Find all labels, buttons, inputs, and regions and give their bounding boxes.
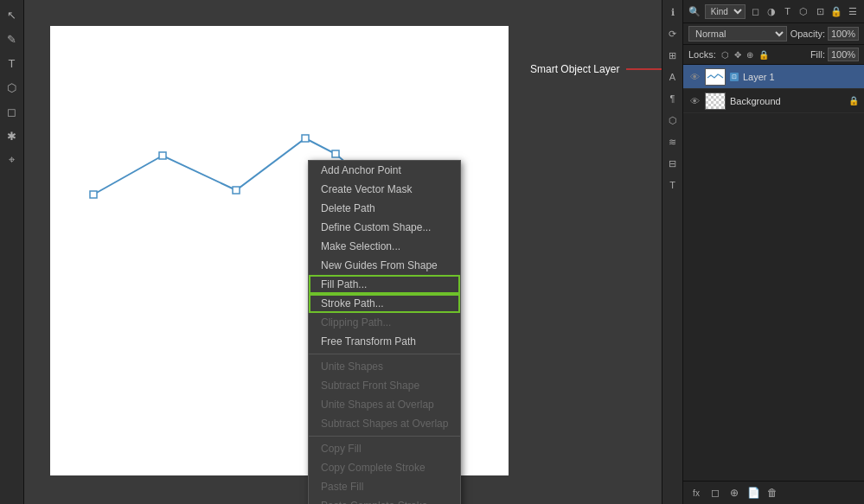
menu-item[interactable]: Delete Path bbox=[309, 199, 460, 218]
layer-lock-icon: 🔒 bbox=[848, 96, 859, 105]
delete-layer-icon[interactable]: 🗑 bbox=[765, 485, 780, 501]
lock-all-icon[interactable]: 🔒 bbox=[758, 50, 769, 60]
fx-icon[interactable]: fx bbox=[688, 485, 704, 501]
menu-item: Subtract Shapes at Overlap bbox=[309, 414, 460, 433]
panel-type-icon[interactable]: T bbox=[781, 3, 794, 19]
new-fill-icon[interactable]: ⊕ bbox=[726, 485, 742, 501]
opacity-label: Opacity: bbox=[790, 29, 825, 39]
opacity-input[interactable] bbox=[828, 27, 859, 41]
menu-item: Clipping Path... bbox=[309, 313, 460, 332]
layer-name-text: Layer 1 bbox=[743, 72, 859, 82]
paragraph-icon[interactable]: ¶ bbox=[664, 90, 682, 107]
right-float-toolbar: ℹ ⟳ ⊞ A ¶ ⬡ ≋ ⊟ T bbox=[662, 0, 682, 504]
layer-list: 👁⊡Layer 1👁Background🔒 bbox=[683, 65, 864, 481]
type-tool-right-icon[interactable]: T bbox=[664, 176, 682, 194]
layer-comp-icon[interactable]: ⊞ bbox=[664, 47, 682, 64]
menu-item[interactable]: Stroke Path... bbox=[309, 294, 460, 313]
lock-position-icon[interactable]: ✥ bbox=[734, 50, 741, 60]
menu-item[interactable]: Fill Path... bbox=[309, 275, 460, 294]
menu-item[interactable]: Add Anchor Point bbox=[309, 161, 460, 180]
panel-search-icon[interactable]: 🔍 bbox=[688, 3, 701, 19]
menu-item: Copy Fill bbox=[309, 439, 460, 458]
blend-row: Normal Opacity: bbox=[683, 23, 864, 45]
history-icon[interactable]: ⟳ bbox=[664, 25, 682, 42]
lock-artboard-icon[interactable]: ⊕ bbox=[746, 50, 753, 60]
layer-visibility-icon[interactable]: 👁 bbox=[688, 72, 701, 82]
panel-bottom: fx ◻ ⊕ 📄 🗑 bbox=[683, 481, 864, 504]
menu-item: Unite Shapes bbox=[309, 357, 460, 376]
move-tool-icon[interactable]: ↖ bbox=[3, 5, 22, 24]
smart-object-badge: ⊡ bbox=[730, 73, 739, 81]
layer-visibility-icon[interactable]: 👁 bbox=[688, 96, 701, 106]
menu-item: Unite Shapes at Overlap bbox=[309, 395, 460, 414]
kind-select[interactable]: Kind bbox=[705, 4, 746, 19]
smart-object-text: Smart Object Layer bbox=[530, 63, 619, 75]
fill-label: Fill: bbox=[810, 49, 825, 60]
context-menu: Add Anchor PointCreate Vector MaskDelete… bbox=[308, 160, 461, 504]
smart-object-label: Smart Object Layer bbox=[530, 62, 662, 76]
fill-input[interactable] bbox=[828, 48, 859, 61]
select-tool-icon[interactable]: ⬡ bbox=[3, 78, 22, 97]
canvas-area: Smart Object Layer Add Anchor PointCreat… bbox=[24, 0, 662, 504]
menu-item: Subtract Front Shape bbox=[309, 376, 460, 395]
layer-item[interactable]: 👁Background🔒 bbox=[683, 89, 864, 113]
blend-mode-select[interactable]: Normal bbox=[688, 26, 787, 41]
menu-item[interactable]: Make Selection... bbox=[309, 237, 460, 256]
lock-transparent-icon[interactable]: ⬡ bbox=[721, 50, 729, 60]
layer-item[interactable]: 👁⊡Layer 1 bbox=[683, 65, 864, 89]
adjustments-icon[interactable]: ≋ bbox=[664, 133, 682, 150]
new-layer-icon[interactable]: 📄 bbox=[746, 485, 761, 501]
table-icon[interactable]: ⊟ bbox=[664, 155, 682, 172]
panel-lock-icon[interactable]: 🔒 bbox=[830, 3, 843, 19]
smart-object-arrow bbox=[626, 62, 662, 76]
fill-row: Fill: bbox=[810, 48, 859, 61]
transform-tool-icon[interactable]: ⌖ bbox=[3, 150, 22, 169]
type-tool-icon[interactable]: T bbox=[3, 54, 22, 73]
left-toolbar: ↖ ✎ T ⬡ ◻ ✱ ⌖ bbox=[0, 0, 24, 504]
panel-more-icon[interactable]: ☰ bbox=[846, 3, 859, 19]
shape-tool-icon[interactable]: ◻ bbox=[3, 102, 22, 121]
add-mask-icon[interactable]: ◻ bbox=[707, 485, 723, 501]
lock-row: Locks: ⬡ ✥ ⊕ 🔒 Fill: bbox=[683, 45, 864, 65]
pen-tool-icon[interactable]: ✎ bbox=[3, 29, 22, 48]
menu-item[interactable]: Define Custom Shape... bbox=[309, 218, 460, 237]
menu-item: Paste Complete Stroke bbox=[309, 496, 460, 504]
character-icon[interactable]: A bbox=[664, 68, 682, 86]
right-panel: 🔍 Kind ◻ ◑ T ⬡ ⊡ 🔒 ☰ Normal Opacity: Loc… bbox=[682, 0, 864, 504]
menu-item[interactable]: Free Transform Path bbox=[309, 332, 460, 351]
menu-item: Copy Complete Stroke bbox=[309, 458, 460, 477]
panel-pixel-icon[interactable]: ◻ bbox=[749, 3, 762, 19]
layer-name-text: Background bbox=[730, 96, 844, 106]
panel-icons-row: 🔍 Kind ◻ ◑ T ⬡ ⊡ 🔒 ☰ bbox=[683, 0, 864, 23]
main-area: Smart Object Layer Add Anchor PointCreat… bbox=[24, 0, 662, 504]
menu-item: Paste Fill bbox=[309, 477, 460, 496]
layer-thumbnail bbox=[705, 93, 726, 110]
menu-item[interactable]: New Guides From Shape bbox=[309, 256, 460, 275]
brush-tool-icon[interactable]: ✱ bbox=[3, 126, 22, 145]
info-icon[interactable]: ℹ bbox=[664, 3, 682, 21]
menu-separator bbox=[309, 436, 460, 437]
panel-adjust-icon[interactable]: ◑ bbox=[765, 3, 778, 19]
panel-shape-icon[interactable]: ⬡ bbox=[797, 3, 810, 19]
opacity-row: Opacity: bbox=[790, 27, 859, 41]
lock-label: Locks: bbox=[688, 49, 716, 60]
menu-separator bbox=[309, 354, 460, 354]
layer-thumbnail bbox=[705, 68, 726, 86]
panel-smart-icon[interactable]: ⊡ bbox=[814, 3, 827, 19]
menu-item[interactable]: Create Vector Mask bbox=[309, 180, 460, 199]
3d-icon[interactable]: ⬡ bbox=[664, 112, 682, 129]
